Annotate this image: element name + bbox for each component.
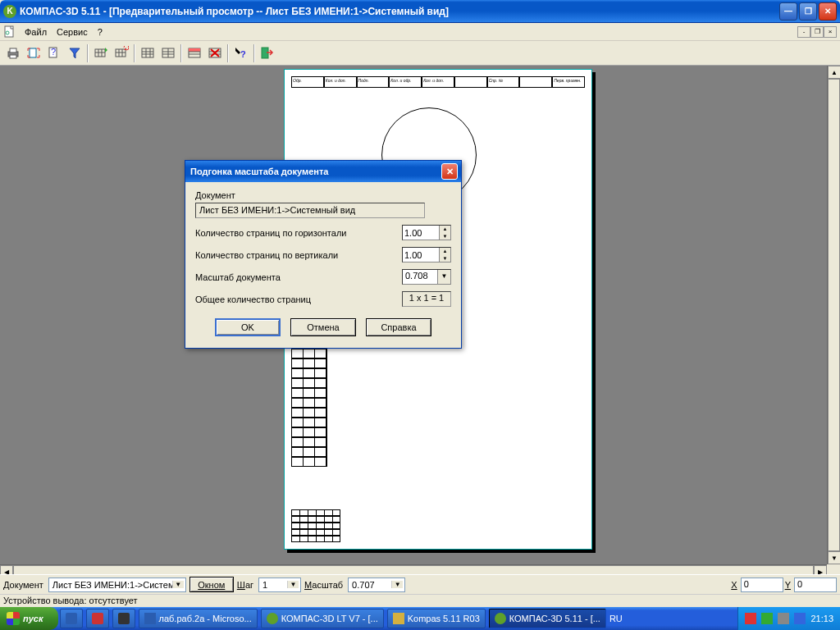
taskbar-item[interactable]: лаб.раб.2a - Microso... (139, 609, 258, 628)
taskbar-item[interactable]: Kompas 5.11 R03 (387, 609, 486, 628)
dialog-title: Подгонка масштаба документа (189, 167, 441, 176)
language-indicator[interactable]: RU (608, 614, 624, 623)
ctrl-doc-combo[interactable]: Лист БЕЗ ИМЕНИ:1->Систем ▼ (48, 578, 186, 592)
status-text: Устройство вывода: отсутствует (3, 596, 138, 605)
page-header-table: Обр.Кол. и доп. Подп.Кол. и обр. Кол. и … (291, 76, 585, 88)
clock[interactable]: 21:13 (810, 614, 833, 623)
ctrl-y-label: Y (785, 580, 791, 590)
svg-rect-4 (10, 55, 16, 58)
main-titlebar: K КОМПАС-3D 5.11 - [Предварительный прос… (0, 0, 840, 23)
ctrl-doc-label: Документ (3, 580, 43, 590)
scale-dialog: Подгонка масштаба документа ✕ Документ Л… (185, 160, 462, 349)
tray-volume-icon[interactable] (778, 613, 789, 624)
scroll-up-button[interactable]: ▲ (828, 66, 840, 79)
dropdown-arrow-icon[interactable]: ▼ (391, 581, 403, 588)
menu-bar: Файл Сервис ? - ❐ × (0, 23, 840, 41)
svg-rect-16 (142, 48, 153, 57)
close-button[interactable]: ✕ (819, 2, 837, 21)
ctrl-x-label: X (731, 580, 737, 590)
grid-insert-icon[interactable] (91, 43, 111, 63)
maximize-button[interactable]: ❐ (799, 2, 817, 21)
dropdown-arrow-icon[interactable]: ▼ (287, 581, 299, 588)
pages-h-label: Количество страниц по горизонтали (195, 228, 402, 238)
scroll-down-button[interactable]: ▼ (828, 551, 840, 564)
zoom-fit-icon[interactable] (24, 43, 43, 63)
dialog-titlebar[interactable]: Подгонка масштаба документа ✕ (185, 161, 461, 182)
system-tray[interactable]: 21:13 (737, 607, 840, 630)
ctrl-step-label: Шаг (237, 580, 253, 590)
window-mode-button[interactable]: Окном (189, 577, 234, 592)
spin-up-icon[interactable]: ▲ (439, 226, 450, 233)
toolbar-separator (180, 44, 182, 62)
mdi-restore[interactable]: ❐ (810, 26, 824, 38)
dialog-close-button[interactable]: ✕ (441, 163, 458, 180)
toolbar-separator (227, 44, 229, 62)
menu-file[interactable]: Файл (20, 25, 52, 39)
ctrl-scale-combo[interactable]: 0.707 ▼ (348, 578, 405, 592)
svg-text:?: ? (240, 49, 246, 59)
ok-button[interactable]: OK (215, 318, 281, 336)
dropdown-arrow-icon[interactable]: ▼ (437, 270, 450, 284)
scale-combo[interactable]: 0.708 ▼ (402, 269, 451, 285)
mdi-minimize[interactable]: - (797, 26, 810, 38)
quick-launch-item[interactable] (86, 609, 109, 628)
exit-preview-icon[interactable] (258, 43, 277, 63)
taskbar-item[interactable]: КОМПАС-3D LT V7 - [... (261, 609, 384, 628)
table-a-icon[interactable] (138, 43, 158, 63)
cancel-button[interactable]: Отмена (290, 318, 356, 336)
dropdown-arrow-icon[interactable]: ▼ (172, 581, 184, 588)
quick-launch-item[interactable] (112, 609, 135, 628)
pages-h-input[interactable]: ▲▼ (402, 225, 451, 240)
svg-rect-5 (30, 48, 36, 57)
ctrl-step-combo[interactable]: 1 ▼ (258, 578, 301, 592)
ctrl-x-value[interactable]: 0 (741, 578, 783, 592)
svg-text:?: ? (51, 47, 56, 57)
window-title: КОМПАС-3D 5.11 - [Предварительный просмо… (20, 6, 779, 17)
quick-launch-item[interactable] (60, 609, 83, 628)
spin-up-icon[interactable]: ▲ (439, 248, 450, 255)
vertical-scrollbar[interactable]: ▲ ▼ (827, 66, 840, 564)
dialog-doc-label: Документ (195, 190, 451, 200)
ctrl-scale-label: Масштаб (304, 580, 343, 590)
app-icon: K (3, 5, 16, 18)
table-delete-icon[interactable] (205, 43, 225, 63)
dialog-doc-field: Лист БЕЗ ИМЕНИ:1->Системный вид (195, 203, 425, 218)
start-button[interactable]: пуск (0, 607, 58, 630)
page-options-icon[interactable]: ? (44, 43, 64, 63)
folder-icon (393, 613, 404, 624)
drawing-corner-stamp (291, 509, 340, 542)
context-help-icon[interactable]: ? (231, 43, 251, 63)
spin-down-icon[interactable]: ▼ (439, 233, 450, 240)
print-icon[interactable] (3, 43, 23, 63)
menu-service[interactable]: Сервис (52, 25, 93, 39)
kompas-icon (495, 613, 506, 624)
toolbar-separator (87, 44, 89, 62)
svg-rect-26 (189, 48, 200, 52)
windows-flag-icon (7, 612, 20, 625)
minimize-button[interactable]: — (779, 2, 797, 21)
ctrl-y-value[interactable]: 0 (794, 578, 837, 592)
document-icon (3, 25, 16, 39)
filter-icon[interactable] (65, 43, 84, 63)
help-button[interactable]: Справка (366, 318, 431, 336)
mdi-close[interactable]: × (824, 26, 837, 38)
menu-help[interactable]: ? (93, 25, 107, 39)
spin-down-icon[interactable]: ▼ (439, 255, 450, 262)
tray-icon[interactable] (745, 613, 756, 624)
svg-rect-3 (10, 48, 16, 52)
toolbar-separator (134, 44, 135, 62)
main-toolbar: ? ? (0, 41, 840, 66)
kompas-icon (267, 613, 278, 624)
grid-rotate-icon[interactable] (112, 43, 131, 63)
total-label: Общее количество страниц (195, 294, 402, 304)
total-pages-field: 1 x 1 = 1 (402, 291, 451, 307)
control-bar: Документ Лист БЕЗ ИМЕНИ:1->Систем ▼ Окно… (0, 574, 840, 594)
pages-v-input[interactable]: ▲▼ (402, 247, 451, 262)
word-icon (144, 613, 156, 624)
tray-icon[interactable] (794, 613, 806, 624)
tray-icon[interactable] (761, 613, 773, 624)
table-b-icon[interactable] (158, 43, 178, 63)
toolbar-separator (253, 44, 255, 62)
table-highlight-icon[interactable] (185, 43, 204, 63)
taskbar-item-active[interactable]: КОМПАС-3D 5.11 - [... (489, 609, 606, 628)
